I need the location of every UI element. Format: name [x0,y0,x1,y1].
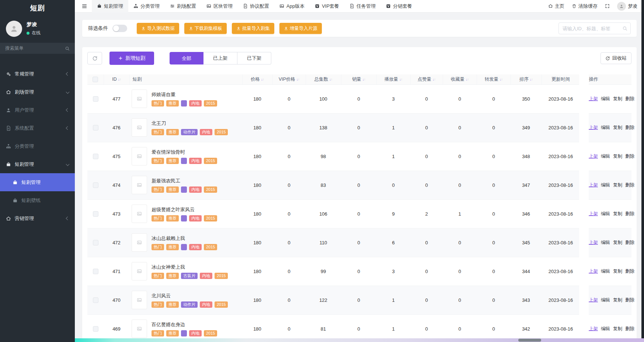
action-publish[interactable]: 上架 [589,125,598,130]
action-copy[interactable]: 复制 [613,269,622,274]
search-input[interactable] [558,22,631,34]
column-header-id[interactable]: ID↓↑ [104,74,129,84]
action-edit[interactable]: 编辑 [601,211,610,216]
action-edit[interactable]: 编辑 [601,240,610,245]
poster-placeholder[interactable] [132,291,147,309]
action-copy[interactable]: 复制 [613,326,622,331]
poster-placeholder[interactable] [132,233,147,252]
select-all-checkbox[interactable] [93,77,98,82]
sort-icon[interactable]: ↓↑ [329,77,332,81]
action-delete[interactable]: 删除 [625,326,634,331]
action-publish[interactable]: 上架 [589,297,598,303]
action-publish[interactable]: 上架 [589,211,598,216]
row-checkbox[interactable] [93,240,98,245]
row-checkbox[interactable] [93,326,98,332]
sort-icon[interactable]: ↓↑ [466,77,469,81]
sidebar-item-0[interactable]: 常规管理 [0,65,75,83]
sidebar-item-5[interactable]: 短剧管理 [0,155,75,173]
nav-tab-5[interactable]: App版本 [274,0,310,13]
poster-placeholder[interactable] [132,118,147,137]
action-edit[interactable]: 编辑 [601,326,610,331]
import-button-0[interactable]: 导入测试数据 [137,23,179,34]
column-header-likes[interactable]: 点赞量↓↑ [410,74,443,84]
column-header-sales[interactable]: 销量↓↑ [341,74,376,84]
sort-icon[interactable]: ↓↑ [118,77,121,81]
action-publish[interactable]: 上架 [589,240,598,245]
nav-tab-1[interactable]: 分类管理 [128,0,165,13]
action-copy[interactable]: 复制 [613,297,622,303]
column-header-plays[interactable]: 播放量↓↑ [376,74,410,84]
poster-placeholder[interactable] [132,205,147,223]
action-publish[interactable]: 上架 [589,269,598,274]
status-tab-0[interactable]: 全部 [170,52,203,64]
sort-icon[interactable]: ↓↑ [530,77,533,81]
vertical-scrollbar[interactable] [641,0,644,338]
action-delete[interactable]: 删除 [625,154,634,159]
hamburger-menu-button[interactable] [81,3,87,9]
action-delete[interactable]: 删除 [625,297,634,303]
fullscreen-button[interactable] [605,4,610,8]
action-edit[interactable]: 编辑 [601,182,610,188]
add-drama-button[interactable]: 新增短剧 [109,52,154,65]
row-checkbox[interactable] [93,211,98,217]
nav-tab-6[interactable]: VIP套餐 [310,0,344,13]
home-button[interactable]: 主页 [548,3,564,10]
action-copy[interactable]: 复制 [613,96,622,101]
sidebar-search-input[interactable] [5,46,65,51]
horizontal-scrollbar[interactable] [75,338,644,342]
action-copy[interactable]: 复制 [613,240,622,245]
action-delete[interactable]: 删除 [625,125,634,130]
action-delete[interactable]: 删除 [625,211,634,216]
clear-cache-button[interactable]: 清除缓存 [572,3,598,10]
action-edit[interactable]: 编辑 [601,269,610,274]
column-header-sort[interactable]: 排序↓↑ [511,74,542,84]
action-copy[interactable]: 复制 [613,125,622,130]
sidebar-item-4[interactable]: 分类管理 [0,137,75,155]
import-button-3[interactable]: 增量导入片源 [279,23,322,34]
poster-placeholder[interactable] [132,90,147,108]
refresh-button[interactable] [87,52,102,64]
action-copy[interactable]: 复制 [613,154,622,159]
sidebar-item-8[interactable]: 营销管理 [0,209,75,227]
action-edit[interactable]: 编辑 [601,125,610,130]
nav-tab-8[interactable]: 分销套餐 [381,0,417,13]
nav-tab-0[interactable]: 短剧管理 [92,0,128,13]
action-publish[interactable]: 上架 [589,182,598,188]
horizontal-scrollbar-thumb[interactable] [518,339,541,342]
action-delete[interactable]: 删除 [625,96,634,101]
sidebar-item-3[interactable]: 系统配置 [0,119,75,137]
nav-tab-3[interactable]: 区块管理 [201,0,238,13]
column-header-shares[interactable]: 转发量↓↑ [477,74,511,84]
poster-placeholder[interactable] [132,262,147,280]
sort-icon[interactable]: ↓↑ [399,77,402,81]
row-checkbox[interactable] [93,96,98,102]
row-checkbox[interactable] [93,125,98,130]
column-header-favs[interactable]: 收藏量↓↑ [443,74,477,84]
import-button-2[interactable]: 批量导入剧集 [232,23,274,34]
row-checkbox[interactable] [93,297,98,303]
column-header-price[interactable]: 价格↓↑ [242,74,272,84]
poster-placeholder[interactable] [132,176,147,194]
poster-placeholder[interactable] [132,320,147,338]
sidebar-item-7[interactable]: 短剧壁纸 [0,191,75,209]
filter-toggle[interactable] [112,25,127,32]
sidebar-item-2[interactable]: 用户管理 [0,101,75,119]
action-publish[interactable]: 上架 [589,96,598,101]
poster-placeholder[interactable] [132,147,147,165]
sidebar-item-6[interactable]: 短剧管理 [0,173,75,191]
action-copy[interactable]: 复制 [613,182,622,188]
sort-icon[interactable]: ↓↑ [362,77,365,81]
action-copy[interactable]: 复制 [613,211,622,216]
status-tab-1[interactable]: 已上架 [203,52,237,64]
nav-tab-7[interactable]: 任务管理 [344,0,381,13]
sort-icon[interactable]: ↓↑ [261,77,264,81]
action-edit[interactable]: 编辑 [601,154,610,159]
action-publish[interactable]: 上架 [589,326,598,331]
action-edit[interactable]: 编辑 [601,297,610,303]
nav-tab-2[interactable]: 剧场配置 [165,0,201,13]
sidebar-item-1[interactable]: 剧场管理 [0,83,75,101]
row-checkbox[interactable] [93,154,98,159]
recycle-bin-button[interactable]: 回收站 [601,52,631,64]
column-header-vip[interactable]: VIP价格↓↑ [272,74,306,84]
nav-tab-4[interactable]: 协议配置 [238,0,274,13]
